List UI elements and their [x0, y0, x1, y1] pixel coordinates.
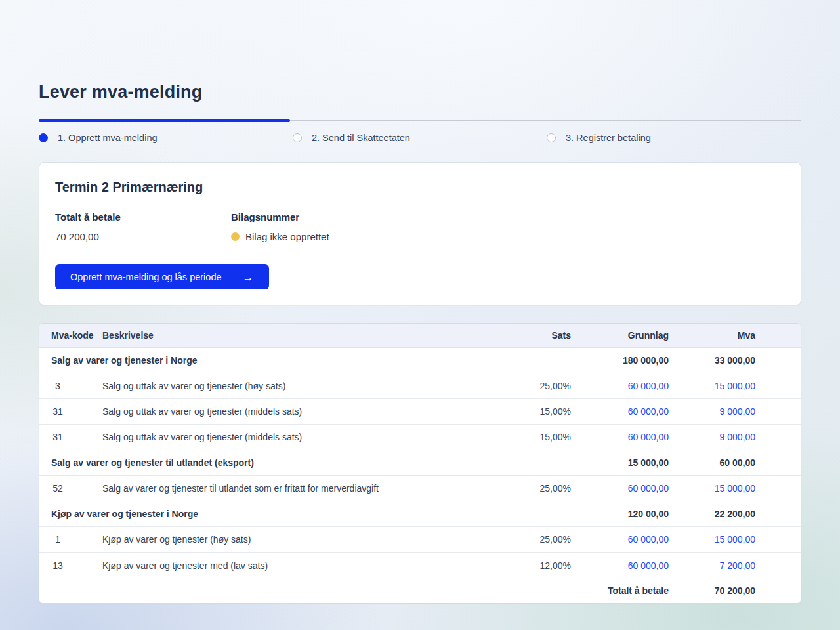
- row-base: 60 000,00: [571, 534, 669, 545]
- row-vat: 15 000,00: [669, 534, 755, 545]
- section-vat: 60 00,00: [669, 457, 755, 468]
- create-mva-melding-button-label: Opprett mva-melding og lås periode: [70, 272, 222, 282]
- row-rate: 25,00%: [492, 381, 571, 391]
- row-base: 60 000,00: [571, 483, 669, 494]
- row-vat: 9 000,00: [669, 432, 755, 442]
- total-to-pay-value: 70 200,00: [55, 231, 231, 242]
- arrow-right-icon: →: [243, 272, 254, 283]
- footer-total-label: Totalt å betale: [571, 585, 669, 596]
- row-description: Salg og uttak av varer og tjenester (høy…: [76, 381, 492, 391]
- row-base-link[interactable]: 60 000,00: [628, 560, 669, 571]
- header-sats: Sats: [492, 330, 571, 341]
- row-base-link[interactable]: 60 000,00: [628, 381, 669, 391]
- row-base-link[interactable]: 60 000,00: [628, 432, 669, 442]
- table-section-row: Salg av varer og tjenester i Norge180 00…: [39, 348, 801, 373]
- termin-summary-card: Termin 2 Primærnæring Totalt å betale 70…: [39, 162, 801, 305]
- vat-table-body: Salg av varer og tjenester i Norge180 00…: [39, 348, 801, 578]
- row-code: 3: [39, 381, 76, 391]
- row-base-link[interactable]: 60 000,00: [628, 534, 669, 545]
- step-label: 2. Send til Skatteetaten: [312, 133, 410, 143]
- row-description: Salg og uttak av varer og tjenester (mid…: [76, 432, 492, 442]
- row-vat: 9 000,00: [669, 406, 755, 417]
- step-active-dot-icon: [39, 133, 48, 142]
- vat-table: Mva-kode Beskrivelse Sats Grunnlag Mva S…: [39, 323, 801, 604]
- voucher-status-text: Bilag ikke opprettet: [245, 231, 329, 242]
- footer-total-value: 70 200,00: [669, 585, 755, 596]
- section-title: Kjøp av varer og tjenester i Norge: [39, 509, 492, 519]
- step-send-til-skatteetaten[interactable]: 2. Send til Skatteetaten: [293, 133, 410, 143]
- row-base: 60 000,00: [571, 560, 669, 571]
- table-header-row: Mva-kode Beskrivelse Sats Grunnlag Mva: [39, 324, 801, 348]
- page-container: Lever mva-melding 1. Opprett mva-melding…: [39, 0, 801, 604]
- row-vat: 15 000,00: [669, 483, 755, 494]
- row-vat-link[interactable]: 9 000,00: [720, 432, 756, 442]
- row-rate: 25,00%: [492, 483, 571, 494]
- row-rate: 15,00%: [492, 432, 571, 442]
- table-row: 3Salg og uttak av varer og tjenester (hø…: [39, 373, 801, 399]
- row-base: 60 000,00: [571, 432, 669, 442]
- total-to-pay-label: Totalt å betale: [55, 211, 231, 222]
- section-base: 120 00,00: [571, 509, 669, 519]
- step-label: 1. Opprett mva-melding: [58, 133, 158, 143]
- table-footer-row: Totalt å betale 70 200,00: [39, 578, 801, 603]
- field-voucher-number: Bilagsnummer Bilag ikke opprettet: [231, 211, 407, 242]
- row-code: 52: [39, 483, 76, 494]
- row-description: Kjøp av varer og tjenester med (lav sats…: [76, 560, 492, 571]
- section-base: 15 000,00: [571, 457, 669, 468]
- row-description: Kjøp av varer og tjenester (høy sats): [76, 534, 492, 545]
- table-section-row: Salg av varer og tjenester til utlandet …: [39, 450, 801, 476]
- header-mva: Mva: [669, 330, 755, 341]
- table-row: 31Salg og uttak av varer og tjenester (m…: [39, 399, 801, 425]
- row-base: 60 000,00: [571, 381, 669, 391]
- section-title: Salg av varer og tjenester til utlandet …: [39, 457, 492, 468]
- table-section-row: Kjøp av varer og tjenester i Norge120 00…: [39, 501, 801, 527]
- table-row: 1Kjøp av varer og tjenester (høy sats)25…: [39, 527, 801, 553]
- row-vat-link[interactable]: 15 000,00: [715, 483, 755, 494]
- row-base: 60 000,00: [571, 406, 669, 417]
- row-vat-link[interactable]: 9 000,00: [720, 406, 756, 417]
- table-row: 31Salg og uttak av varer og tjenester (m…: [39, 425, 801, 450]
- section-base: 180 000,00: [571, 355, 669, 366]
- row-base-link[interactable]: 60 000,00: [628, 483, 669, 494]
- field-total-to-pay: Totalt å betale 70 200,00: [55, 211, 231, 242]
- card-title: Termin 2 Primærnæring: [55, 180, 785, 195]
- voucher-number-label: Bilagsnummer: [231, 211, 407, 222]
- step-inactive-dot-icon: [293, 133, 302, 142]
- status-dot-icon: [231, 232, 240, 241]
- section-vat: 22 200,00: [669, 509, 755, 519]
- section-vat: 33 000,00: [669, 355, 755, 366]
- row-base-link[interactable]: 60 000,00: [628, 406, 669, 417]
- stepper: 1. Opprett mva-melding 2. Send til Skatt…: [39, 120, 801, 144]
- header-beskrivelse: Beskrivelse: [76, 330, 492, 341]
- section-title: Salg av varer og tjenester i Norge: [39, 355, 492, 366]
- create-mva-melding-button[interactable]: Opprett mva-melding og lås periode →: [55, 264, 269, 289]
- table-row: 13Kjøp av varer og tjenester med (lav sa…: [39, 553, 801, 578]
- row-description: Salg av varer og tjenester til utlandet …: [76, 483, 492, 494]
- step-registrer-betaling[interactable]: 3. Registrer betaling: [547, 133, 651, 143]
- row-code: 13: [39, 560, 76, 571]
- row-vat-link[interactable]: 15 000,00: [715, 381, 755, 391]
- card-fields: Totalt å betale 70 200,00 Bilagsnummer B…: [55, 211, 785, 242]
- row-rate: 25,00%: [492, 534, 571, 545]
- voucher-status: Bilag ikke opprettet: [231, 231, 407, 242]
- step-label: 3. Registrer betaling: [566, 133, 651, 143]
- row-rate: 12,00%: [492, 560, 571, 571]
- row-code: 31: [39, 406, 76, 417]
- row-vat-link[interactable]: 7 200,00: [720, 560, 756, 571]
- row-description: Salg og uttak av varer og tjenester (mid…: [76, 406, 492, 417]
- header-mva-kode: Mva-kode: [39, 330, 76, 341]
- row-rate: 15,00%: [492, 406, 571, 417]
- step-inactive-dot-icon: [547, 133, 556, 142]
- row-code: 1: [39, 534, 76, 545]
- row-vat-link[interactable]: 15 000,00: [715, 534, 755, 545]
- row-vat: 15 000,00: [669, 381, 755, 391]
- table-row: 52Salg av varer og tjenester til utlande…: [39, 476, 801, 501]
- row-code: 31: [39, 432, 76, 442]
- row-vat: 7 200,00: [669, 560, 755, 571]
- header-grunnlag: Grunnlag: [571, 330, 669, 341]
- step-opprett-mva-melding[interactable]: 1. Opprett mva-melding: [39, 133, 158, 143]
- stepper-steps: 1. Opprett mva-melding 2. Send til Skatt…: [39, 121, 801, 144]
- page-title: Lever mva-melding: [39, 82, 801, 102]
